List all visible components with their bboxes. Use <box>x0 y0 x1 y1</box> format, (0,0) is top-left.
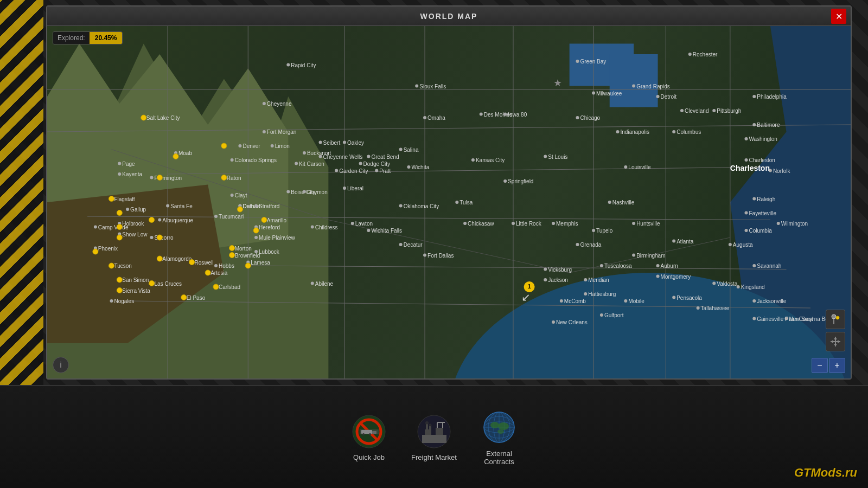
svg-rect-22 <box>429 426 431 431</box>
svg-rect-18 <box>422 435 446 443</box>
close-button[interactable]: ✕ <box>831 9 846 24</box>
map-title-bar: WORLD MAP ✕ <box>47 7 851 26</box>
explored-badge: Explored: 20.45% <box>53 31 123 44</box>
move-control-button[interactable] <box>826 332 845 351</box>
map-controls <box>826 310 845 351</box>
svg-point-2 <box>836 316 839 319</box>
external-contracts-icon <box>480 409 518 447</box>
zoom-plus-button[interactable]: + <box>829 358 845 373</box>
quick-job-icon <box>350 413 388 451</box>
svg-point-23 <box>425 421 429 425</box>
freight-market-button[interactable]: Freight Market <box>401 407 467 467</box>
svg-marker-8 <box>838 340 840 343</box>
explored-value: 20.45% <box>90 32 123 44</box>
external-contracts-button[interactable]: External Contracts <box>467 403 532 471</box>
svg-marker-6 <box>834 344 837 346</box>
gtmods-watermark: GTMods.ru <box>794 466 857 480</box>
svg-rect-14 <box>372 431 376 434</box>
freight-market-icon <box>415 413 453 451</box>
freight-market-label: Freight Market <box>411 453 457 461</box>
world-map-dialog: WORLD MAP ✕ Explored: 20.45% i <box>46 5 852 380</box>
bottom-toolbar: Quick Job Freight Market <box>0 385 868 488</box>
svg-point-37 <box>497 429 504 434</box>
svg-point-16 <box>369 433 371 435</box>
quick-job-button[interactable]: Quick Job <box>336 407 401 467</box>
map-title: WORLD MAP <box>420 12 478 21</box>
svg-point-15 <box>362 433 365 435</box>
map-canvas[interactable] <box>47 26 851 378</box>
pin-control-button[interactable] <box>826 310 845 329</box>
svg-point-35 <box>490 422 499 428</box>
explored-label: Explored: <box>53 32 90 44</box>
quick-job-label: Quick Job <box>353 453 385 461</box>
svg-rect-21 <box>426 424 428 431</box>
svg-rect-20 <box>436 428 443 435</box>
zoom-minus-button[interactable]: − <box>812 358 828 373</box>
external-contracts-label: External Contracts <box>472 450 526 466</box>
svg-point-36 <box>498 422 509 430</box>
svg-marker-7 <box>831 340 833 343</box>
svg-marker-5 <box>834 337 837 339</box>
map-zoom-controls: − + <box>812 358 845 373</box>
svg-rect-13 <box>361 430 372 434</box>
info-button[interactable]: i <box>53 357 69 373</box>
svg-point-0 <box>832 314 836 319</box>
svg-point-24 <box>429 423 431 426</box>
map-content[interactable]: Explored: 20.45% i <box>47 26 851 378</box>
